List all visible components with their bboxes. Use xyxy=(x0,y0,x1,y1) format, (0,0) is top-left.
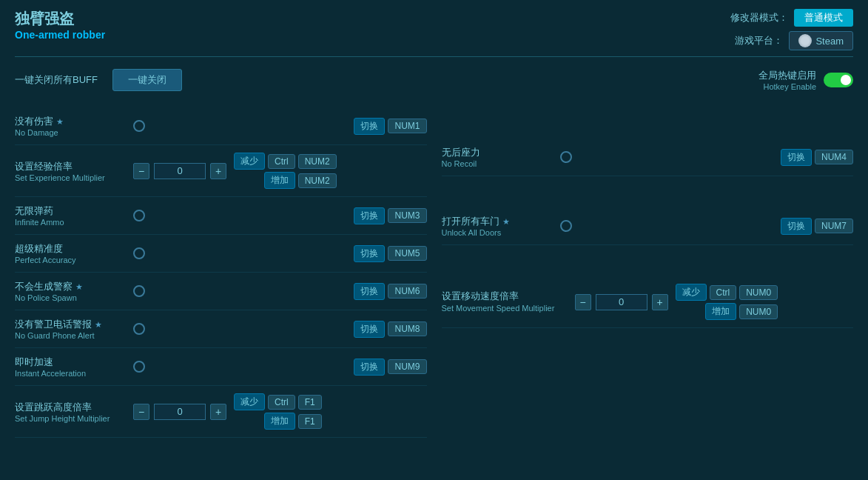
exp-input[interactable] xyxy=(154,163,206,179)
speed-reduce-key[interactable]: 减少 xyxy=(676,284,707,301)
right-features-column: 无后座力 No Recoil 切换 NUM4 打开所有车门 ★ xyxy=(442,107,854,438)
exp-reduce-key[interactable]: 减少 xyxy=(234,153,265,170)
guard-toggle[interactable] xyxy=(133,323,145,335)
jump-plus-btn[interactable]: + xyxy=(210,404,226,420)
feature-guard-en: No Guard Phone Alert xyxy=(15,331,133,340)
speed-keys-bottom: 增加 NUM0 xyxy=(705,303,778,320)
game-title-en: One-armed robber xyxy=(15,29,105,41)
exp-increase-key[interactable]: 增加 xyxy=(264,172,295,189)
feature-accel-en: Instant Acceleration xyxy=(15,369,133,378)
feature-recoil-cn: 无后座力 xyxy=(442,146,560,159)
accel-key[interactable]: NUM9 xyxy=(388,359,426,374)
exp-keys-bottom: 增加 NUM2 xyxy=(264,172,337,189)
no-damage-key[interactable]: NUM1 xyxy=(388,119,426,133)
feature-speed-cn: 设置移动速度倍率 xyxy=(442,290,575,303)
mode-button[interactable]: 普通模式 xyxy=(794,9,853,27)
feature-no-police: 不会生成警察 ★ No Police Spawn 切换 NUM6 xyxy=(15,273,427,310)
ammo-key[interactable]: NUM3 xyxy=(388,208,426,223)
feature-exp-cn: 设置经验倍率 xyxy=(15,160,133,173)
divider xyxy=(15,56,853,57)
jump-f1-reduce-key[interactable]: F1 xyxy=(298,395,322,410)
exp-num2-reduce-key[interactable]: NUM2 xyxy=(298,154,337,169)
feature-accuracy-cn: 超级精准度 xyxy=(15,242,133,256)
feature-exp-multiplier: 设置经验倍率 Set Experience Multiplier − + 减少 … xyxy=(15,145,427,197)
accel-toggle[interactable] xyxy=(133,361,145,373)
accuracy-key[interactable]: NUM5 xyxy=(388,246,426,261)
doors-toggle[interactable] xyxy=(560,220,572,232)
exp-num2-increase-key[interactable]: NUM2 xyxy=(298,173,337,188)
ammo-switch-key[interactable]: 切换 xyxy=(354,207,385,224)
doors-switch-key[interactable]: 切换 xyxy=(781,218,812,235)
guard-switch-key[interactable]: 切换 xyxy=(354,321,385,338)
feature-accel-cn: 即时加速 xyxy=(15,356,133,369)
feature-jump-multiplier: 设置跳跃高度倍率 Set Jump Height Multiplier − + … xyxy=(15,386,427,438)
feature-jump-en: Set Jump Height Multiplier xyxy=(15,414,133,423)
jump-keys-top: 减少 Ctrl F1 xyxy=(234,393,322,410)
feature-no-guard-alert: 没有警卫电话警报 ★ No Guard Phone Alert 切换 NUM8 xyxy=(15,310,427,348)
feature-exp-en: Set Experience Multiplier xyxy=(15,173,133,182)
recoil-key[interactable]: NUM4 xyxy=(815,150,853,164)
jump-num-control: − + xyxy=(133,404,226,420)
no-damage-toggle[interactable] xyxy=(133,120,145,132)
police-toggle[interactable] xyxy=(133,285,145,297)
one-key-button[interactable]: 一键关闭 xyxy=(112,69,182,91)
platform-label: 游戏平台： xyxy=(735,34,783,47)
recoil-switch-key[interactable]: 切换 xyxy=(781,149,812,166)
guard-star-icon: ★ xyxy=(95,320,102,330)
feature-police-cn: 不会生成警察 ★ xyxy=(15,280,133,293)
feature-recoil-en: No Recoil xyxy=(442,159,560,168)
star-icon: ★ xyxy=(56,117,64,127)
right-spacer-3 xyxy=(442,245,854,276)
jump-reduce-key[interactable]: 减少 xyxy=(234,393,265,410)
speed-keys-top: 减少 Ctrl NUM0 xyxy=(676,284,778,301)
exp-num-control: − + xyxy=(133,163,226,179)
exp-plus-btn[interactable]: + xyxy=(210,163,226,179)
steam-icon xyxy=(798,34,812,47)
speed-plus-btn[interactable]: + xyxy=(652,294,668,310)
accuracy-toggle[interactable] xyxy=(133,247,145,259)
speed-increase-key[interactable]: 增加 xyxy=(705,303,736,320)
feature-ammo-en: Infinite Ammo xyxy=(15,218,133,227)
left-features-column: 没有伤害 ★ No Damage 切换 NUM1 设置经验倍率 Set Expe… xyxy=(15,107,427,438)
feature-jump-cn: 设置跳跃高度倍率 xyxy=(15,401,133,414)
speed-num0-increase-key[interactable]: NUM0 xyxy=(739,304,778,319)
feature-no-damage: 没有伤害 ★ No Damage 切换 NUM1 xyxy=(15,107,427,145)
accel-switch-key[interactable]: 切换 xyxy=(354,359,385,376)
guard-key[interactable]: NUM8 xyxy=(388,321,426,336)
feature-speed-en: Set Movement Speed Multiplier xyxy=(442,303,560,313)
platform-button[interactable]: Steam xyxy=(789,31,853,50)
ammo-toggle[interactable] xyxy=(133,210,145,221)
feature-ammo-cn: 无限弹药 xyxy=(15,204,133,218)
feature-accuracy-en: Perfect Accuracy xyxy=(15,256,133,264)
police-key[interactable]: NUM6 xyxy=(388,284,426,299)
hotkey-toggle[interactable] xyxy=(824,73,853,87)
speed-num0-reduce-key[interactable]: NUM0 xyxy=(739,285,778,300)
jump-ctrl-key[interactable]: Ctrl xyxy=(268,395,295,410)
speed-minus-btn[interactable]: − xyxy=(575,294,591,310)
jump-minus-btn[interactable]: − xyxy=(133,404,149,420)
feature-police-en: No Police Spawn xyxy=(15,293,133,302)
speed-ctrl-key[interactable]: Ctrl xyxy=(710,285,737,300)
doors-key[interactable]: NUM7 xyxy=(815,219,853,233)
jump-f1-increase-key[interactable]: F1 xyxy=(298,414,322,429)
feature-doors-en: Unlock All Doors xyxy=(442,228,560,237)
recoil-toggle[interactable] xyxy=(560,151,572,163)
jump-input[interactable] xyxy=(154,404,206,420)
jump-increase-key[interactable]: 增加 xyxy=(264,413,295,430)
mode-label: 修改器模式： xyxy=(730,11,788,24)
no-damage-switch-key[interactable]: 切换 xyxy=(354,118,385,135)
feature-no-damage-en: No Damage xyxy=(15,128,133,137)
police-star-icon: ★ xyxy=(75,282,83,292)
accuracy-switch-key[interactable]: 切换 xyxy=(354,245,385,262)
one-key-label: 一键关闭所有BUFF xyxy=(15,73,98,87)
feature-instant-acceleration: 即时加速 Instant Acceleration 切换 NUM9 xyxy=(15,348,427,386)
hotkey-label: 全局热键启用 xyxy=(758,69,816,82)
exp-keys-top: 减少 Ctrl NUM2 xyxy=(234,153,337,170)
feature-doors-cn: 打开所有车门 ★ xyxy=(442,215,560,228)
exp-ctrl-key[interactable]: Ctrl xyxy=(268,154,295,169)
feature-no-damage-cn: 没有伤害 ★ xyxy=(15,115,133,128)
exp-minus-btn[interactable]: − xyxy=(133,163,149,179)
feature-no-recoil: 无后座力 No Recoil 切换 NUM4 xyxy=(442,139,854,176)
police-switch-key[interactable]: 切换 xyxy=(354,283,385,300)
speed-input[interactable] xyxy=(596,294,647,310)
